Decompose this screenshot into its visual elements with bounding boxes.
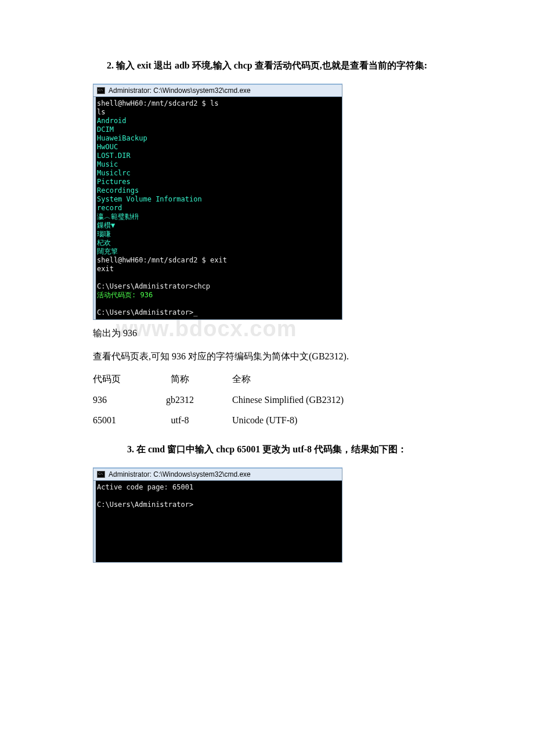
terminal-line: HuaweiBackup [97, 134, 340, 143]
terminal-line: 鏁欑▼ [97, 221, 340, 230]
terminal-line: C:\Users\Administrator>_ [97, 308, 340, 317]
terminal-line: Active code page: 65001 [97, 483, 340, 492]
th-short: 简称 [145, 369, 215, 389]
terminal-line: Recordings [97, 186, 340, 195]
terminal-line: C:\Users\Administrator>chcp [97, 282, 340, 291]
cmd-icon [97, 87, 105, 94]
th-code: 代码页 [93, 369, 145, 389]
terminal-line: Music [97, 160, 340, 169]
terminal-line: record [97, 204, 340, 213]
terminal-line: 闊充箰 [97, 247, 340, 256]
terminal-line: ls [97, 108, 340, 117]
terminal-line: shell@hwH60:/mnt/sdcard2 $ exit [97, 256, 340, 265]
terminal-line: 活动代码页: 936 [97, 291, 340, 300]
table-row: 65001 utf-8 Unicode (UTF-8) [93, 410, 441, 430]
terminal-line: C:\Users\Administrator> [97, 501, 340, 509]
terminal-line: 瀛︿範璧勬枡 [97, 213, 340, 221]
cmd-title-text-1: Administrator: C:\Windows\system32\cmd.e… [109, 87, 251, 95]
cmd-titlebar-2: Administrator: C:\Windows\system32\cmd.e… [93, 469, 342, 481]
cmd-body-2: Active code page: 65001 C:\Users\Adminis… [93, 481, 342, 562]
terminal-line: 杞欢 [97, 239, 340, 247]
cmd-title-text-2: Administrator: C:\Windows\system32\cmd.e… [109, 470, 251, 478]
table-row: 936 gb2312 Chinese Simplified (GB2312) [93, 390, 441, 410]
terminal-line: 瑙嗛 [97, 230, 340, 239]
terminal-line: System Volume Information [97, 195, 340, 204]
terminal-line: exit [97, 265, 340, 273]
section-3-heading: 3. 在 cmd 窗口中输入 chcp 65001 更改为 utf-8 代码集，… [93, 442, 441, 457]
cmd-titlebar-1: Administrator: C:\Windows\system32\cmd.e… [93, 85, 342, 97]
td-short: utf-8 [145, 410, 215, 430]
terminal-line [97, 492, 340, 501]
terminal-line: Musiclrc [97, 169, 340, 178]
td-full: Unicode (UTF-8) [215, 410, 441, 430]
cmd-window-2: Administrator: C:\Windows\system32\cmd.e… [93, 467, 342, 563]
td-short: gb2312 [145, 390, 215, 410]
terminal-line: LOST.DIR [97, 152, 340, 160]
explain-line: 查看代码页表,可知 936 对应的字符编码集为简体中文(GB2312). [93, 348, 441, 365]
watermark-wrap: www.bdocx.com 输出为 936 [93, 325, 441, 342]
terminal-line [97, 273, 340, 282]
table-header-row: 代码页 简称 全称 [93, 369, 441, 389]
section-2-heading: 2. 输入 exit 退出 adb 环境,输入 chcp 查看活动代码页,也就是… [93, 58, 441, 73]
terminal-line: Pictures [97, 178, 340, 186]
cmd-window-1: Administrator: C:\Windows\system32\cmd.e… [93, 84, 342, 320]
output-936-line: 输出为 936 [93, 325, 441, 342]
td-code: 65001 [93, 410, 145, 430]
terminal-line: Android [97, 117, 340, 125]
th-full: 全称 [215, 369, 441, 389]
terminal-line: DCIM [97, 125, 340, 134]
terminal-line: shell@hwH60:/mnt/sdcard2 $ ls [97, 99, 340, 108]
td-code: 936 [93, 390, 145, 410]
cmd-icon [97, 471, 105, 478]
td-full: Chinese Simplified (GB2312) [215, 390, 441, 410]
terminal-line: HwOUC [97, 143, 340, 152]
terminal-line [97, 300, 340, 308]
cmd-body-1: shell@hwH60:/mnt/sdcard2 $ lslsAndroidDC… [93, 97, 342, 319]
codepage-table: 代码页 简称 全称 936 gb2312 Chinese Simplified … [93, 369, 441, 430]
